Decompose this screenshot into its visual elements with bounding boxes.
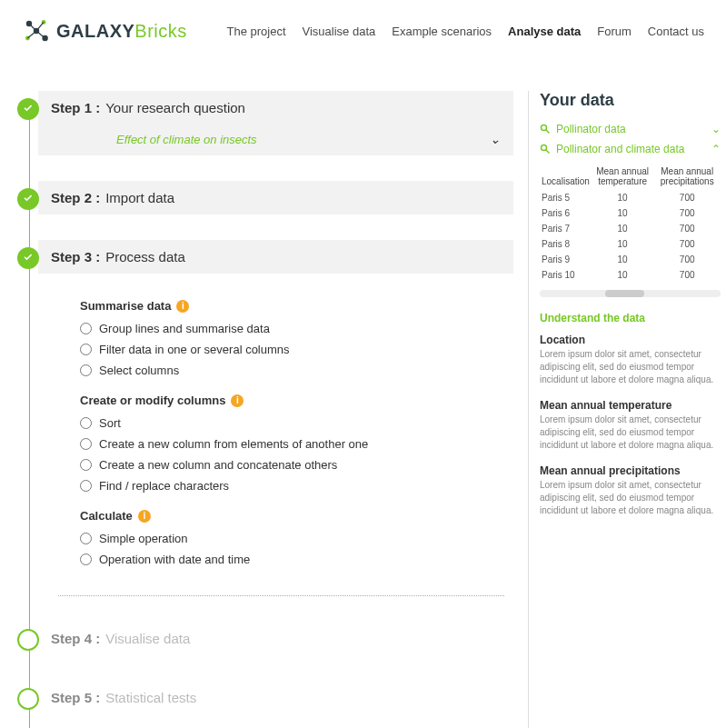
col-localisation: Localisation [540,163,592,190]
nav-analyse-data[interactable]: Analyse data [508,25,581,38]
step-5-header[interactable]: Step 5 :Statistical tests [38,681,513,714]
step-3-bold: Step 3 : [51,249,100,264]
table-row: Paris 1010700 [540,267,721,283]
svg-point-9 [542,125,547,131]
panel-title: Your data [540,91,721,110]
step-3-body: Summarise data i Group lines and summari… [38,274,513,570]
step-3: Step 3 : Process data Summarise data i G… [38,240,513,570]
definition-block: LocationLorem ipsum dolor sit amet, cons… [540,334,721,386]
step-1-label: Your research question [105,100,245,115]
step-2-marker-done [17,188,39,210]
nav-the-project[interactable]: The project [226,25,285,38]
svg-point-11 [542,145,547,151]
definition-text: Lorem ipsum dolor sit amet, consectetur … [540,479,721,517]
group-create-modify-title: Create or modify columns i [80,394,513,407]
opt-select-columns[interactable]: Select columns [80,360,513,381]
col-mean-precip: Mean annual precipitations [653,163,721,190]
definition-block: Mean annual temperatureLorem ipsum dolor… [540,399,721,452]
info-icon[interactable]: i [138,510,151,523]
definition-text: Lorem ipsum dolor sit amet, consectetur … [540,348,721,386]
header: GALAXYBricks The project Visualise data … [0,0,726,62]
nav-forum[interactable]: Forum [597,25,632,38]
data-table: Localisation Mean annual temperature Mea… [540,163,721,283]
definition-block: Mean annual precipitationsLorem ipsum do… [540,464,721,517]
logo-icon [22,16,51,45]
chevron-down-icon: ⌄ [490,132,501,146]
table-row: Paris 910700 [540,252,721,267]
svg-line-8 [36,31,45,38]
step-3-header[interactable]: Step 3 : Process data [38,240,513,274]
opt-filter-data[interactable]: Filter data in one or several columns [80,339,513,360]
step-4: Step 4 :Visualise data [38,622,513,655]
opt-group-lines[interactable]: Group lines and summarise data [80,318,513,339]
step-3-marker-done [17,247,39,269]
workflow-column: Step 1 : Your research question Effect o… [0,91,528,728]
info-icon[interactable]: i [176,300,189,313]
chevron-down-icon: ⌄ [711,123,721,135]
opt-sort[interactable]: Sort [80,413,513,434]
table-row: Paris 710700 [540,221,721,236]
table-row: Paris 510700 [540,190,721,205]
svg-line-12 [546,150,550,154]
step-4-marker [17,629,39,651]
step-2-header[interactable]: Step 2 : Import data [38,181,513,214]
check-icon [23,253,34,264]
step-1: Step 1 : Your research question Effect o… [38,91,513,155]
info-icon[interactable]: i [231,394,244,407]
nav-example-scenarios[interactable]: Example scenarios [392,25,492,38]
search-icon [540,144,551,155]
nav-visualise-data[interactable]: Visualise data [303,25,376,38]
step-5: Step 5 :Statistical tests [38,681,513,714]
opt-find-replace[interactable]: Find / replace characters [80,475,513,496]
chevron-up-icon: ⌃ [711,143,721,155]
step-2: Step 2 : Import data [38,181,513,214]
opt-date-time-op[interactable]: Operation with date and time [80,549,513,570]
definition-title: Mean annual temperature [540,399,721,412]
col-mean-temp: Mean annual temperature [592,163,654,190]
step-2-bold: Step 2 : [51,190,100,205]
svg-line-10 [546,130,550,134]
logo[interactable]: GALAXYBricks [22,16,187,45]
divider-dotted [58,595,504,596]
svg-line-5 [29,24,36,31]
search-icon [540,124,551,135]
step-1-sub-text: Effect of climate on insects [116,133,257,146]
check-icon [23,194,34,204]
definition-title: Mean annual precipitations [540,464,721,477]
step-2-label: Import data [105,190,174,205]
dataset-pollinator[interactable]: Pollinator data ⌄ [540,119,721,139]
opt-new-col-from-elements[interactable]: Create a new column from elements of ano… [80,434,513,454]
step-1-header[interactable]: Step 1 : Your research question [38,91,513,125]
nav-contact-us[interactable]: Contact us [648,25,704,38]
step-4-header[interactable]: Step 4 :Visualise data [38,622,513,655]
definition-text: Lorem ipsum dolor sit amet, consectetur … [540,414,721,452]
svg-line-7 [27,31,36,38]
step-1-bold: Step 1 : [51,100,100,115]
step-1-subtitle[interactable]: Effect of climate on insects ⌄ [38,123,513,155]
group-calculate-title: Calculate i [80,509,513,523]
table-row: Paris 610700 [540,205,721,221]
dataset-pollinator-climate[interactable]: Pollinator and climate data ⌃ [540,139,721,159]
step-5-marker [17,688,39,710]
definition-title: Location [540,334,721,346]
main-nav: The project Visualise data Example scena… [226,25,704,38]
opt-simple-op[interactable]: Simple operation [80,528,513,549]
svg-line-6 [36,22,44,31]
logo-text: GALAXYBricks [56,21,187,42]
step-1-marker-done [17,98,39,120]
opt-new-col-concat[interactable]: Create a new column and concatenate othe… [80,454,513,475]
check-icon [23,104,34,115]
table-row: Paris 810700 [540,236,721,252]
group-summarise-title: Summarise data i [80,299,513,313]
understand-heading: Understand the data [540,312,721,324]
data-panel: Your data Pollinator data ⌄ Pollinator a… [528,91,726,728]
horizontal-scrollbar[interactable] [540,290,721,297]
step-3-label: Process data [105,249,185,264]
